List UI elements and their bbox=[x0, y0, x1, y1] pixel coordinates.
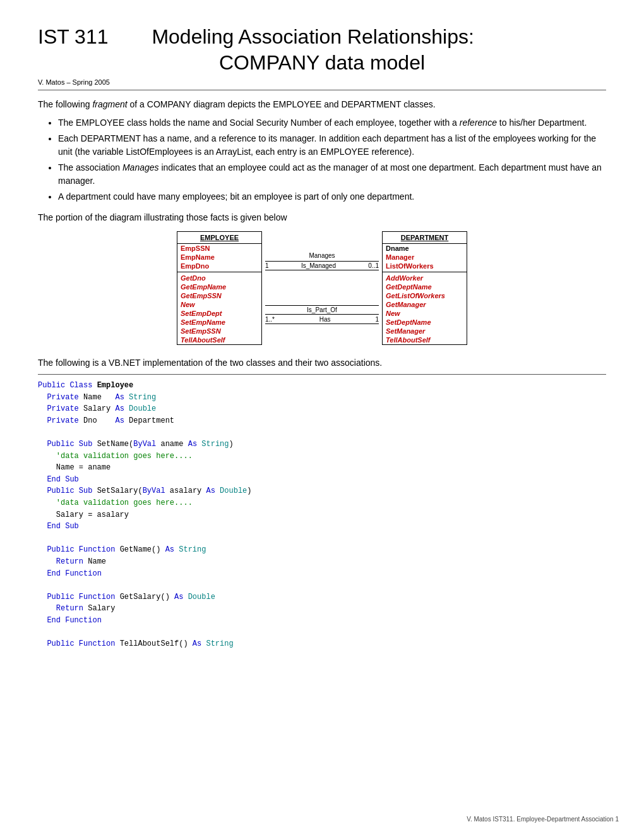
department-header: DEPARTMENT bbox=[383, 232, 467, 244]
intro-paragraph: The following fragment of a COMPANY diag… bbox=[38, 98, 606, 111]
code-block: Public Class Employee Private Name As St… bbox=[38, 380, 606, 650]
divider-2 bbox=[38, 374, 606, 375]
page-title: IST 311 Modeling Association Relationshi… bbox=[38, 25, 606, 49]
code-intro: The following is a VB.NET implementation… bbox=[38, 358, 606, 368]
part-of-assoc: x Is_Part_Of x 1..* Has 1 bbox=[265, 299, 379, 334]
bullet-2: Each DEPARTMENT has a name, and a refere… bbox=[58, 132, 606, 159]
bullet-3: The association Manages indicates that a… bbox=[58, 161, 606, 188]
diagram-label: The portion of the diagram illustrating … bbox=[38, 212, 606, 222]
page-subtitle: COMPANY data model bbox=[38, 51, 606, 75]
bullet-list: The EMPLOYEE class holds the name and So… bbox=[58, 116, 606, 203]
department-class: DEPARTMENT Dname Manager ListOfWorkers A… bbox=[382, 231, 467, 345]
bullet-1: The EMPLOYEE class holds the name and So… bbox=[58, 116, 606, 130]
manages-assoc: Manages 1 Is_Managed 0..1 bbox=[265, 243, 379, 277]
uml-diagram: EMPLOYEE EmpSSN EmpName EmpDno GetDno Ge… bbox=[38, 231, 606, 345]
bullet-4: A department could have many employees; … bbox=[58, 190, 606, 203]
employee-header: EMPLOYEE bbox=[177, 232, 261, 244]
page-footer: V. Matos IST311. Employee-Department Ass… bbox=[467, 816, 619, 823]
divider-1 bbox=[38, 90, 606, 90]
employee-class: EMPLOYEE EmpSSN EmpName EmpDno GetDno Ge… bbox=[177, 231, 262, 345]
page-container: IST 311 Modeling Association Relationshi… bbox=[38, 25, 606, 650]
uml-associations: Manages 1 Is_Managed 0..1 bbox=[262, 231, 382, 345]
author-line: V. Matos – Spring 2005 bbox=[38, 78, 606, 86]
